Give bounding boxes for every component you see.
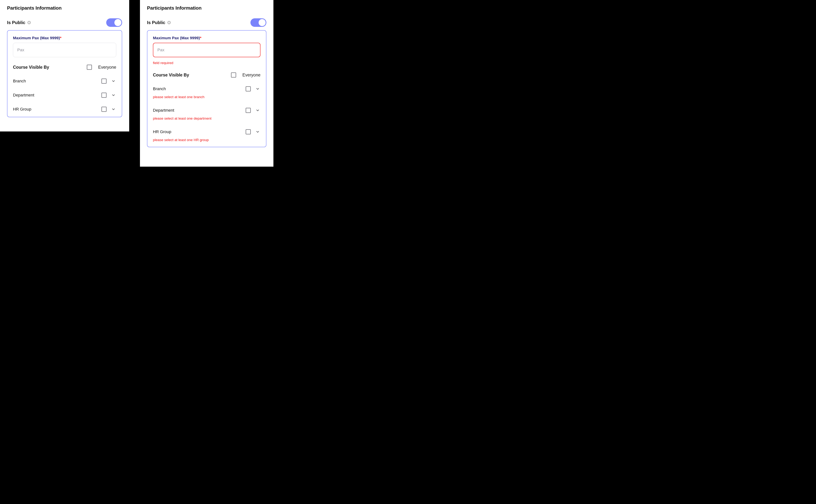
everyone-label: Everyone <box>98 65 116 70</box>
is-public-label: Is Public <box>7 20 25 25</box>
toggle-knob <box>259 19 266 26</box>
chevron-down-icon[interactable] <box>255 86 261 92</box>
max-pax-input[interactable] <box>13 43 116 57</box>
is-public-toggle[interactable] <box>106 18 122 27</box>
max-pax-field: Maximum Pax (Max 9999)* <box>13 36 116 57</box>
is-public-row: Is Public <box>7 18 122 27</box>
required-star: * <box>200 36 201 40</box>
branch-row: Branch <box>13 78 116 84</box>
required-star: * <box>60 36 61 40</box>
panel-left: Participants Information Is Public Maxim… <box>0 0 129 131</box>
is-public-label-wrap: Is Public <box>147 20 171 25</box>
hr-group-row: HR Group <box>13 106 116 112</box>
max-pax-label: Maximum Pax (Max 9999)* <box>153 36 201 40</box>
max-pax-label-text: Maximum Pax (Max 9999) <box>13 36 60 40</box>
max-pax-label-text: Maximum Pax (Max 9999) <box>153 36 200 40</box>
department-row: Department <box>13 92 116 98</box>
chevron-down-icon[interactable] <box>111 106 116 112</box>
chevron-down-icon[interactable] <box>111 78 116 84</box>
course-visible-by-row: Course Visible By Everyone <box>153 72 261 78</box>
branch-label: Branch <box>153 86 166 91</box>
max-pax-field: Maximum Pax (Max 9999)* field required <box>153 36 261 65</box>
hr-group-error: please select at least one HR group <box>153 138 261 142</box>
department-label: Department <box>13 93 34 98</box>
branch-row: Branch <box>153 86 261 92</box>
hr-group-row: HR Group <box>153 129 261 135</box>
hr-group-label: HR Group <box>13 107 31 112</box>
svg-point-5 <box>169 22 169 22</box>
everyone-checkbox[interactable] <box>87 65 92 70</box>
branch-checkbox[interactable] <box>101 79 107 84</box>
everyone-group: Everyone <box>231 72 261 78</box>
svg-point-2 <box>29 22 29 22</box>
everyone-checkbox[interactable] <box>231 72 236 78</box>
branch-checkbox[interactable] <box>246 86 251 91</box>
department-checkbox[interactable] <box>101 93 107 98</box>
department-checkbox[interactable] <box>246 108 251 113</box>
max-pax-input[interactable] <box>153 43 261 57</box>
participants-framed-box: Maximum Pax (Max 9999)* field required C… <box>147 30 266 147</box>
section-title: Participants Information <box>7 5 122 11</box>
chevron-down-icon[interactable] <box>111 92 116 98</box>
chevron-down-icon[interactable] <box>255 108 261 113</box>
max-pax-error: field required <box>153 61 261 65</box>
panel-right: Participants Information Is Public Maxim… <box>140 0 274 167</box>
is-public-label-wrap: Is Public <box>7 20 31 25</box>
course-visible-by-label: Course Visible By <box>13 65 49 70</box>
branch-label: Branch <box>13 79 26 84</box>
toggle-knob <box>114 19 121 26</box>
department-row: Department <box>153 108 261 113</box>
info-icon[interactable] <box>167 21 171 24</box>
hr-group-checkbox[interactable] <box>246 129 251 134</box>
hr-group-label: HR Group <box>153 129 171 134</box>
branch-error: please select at least one branch <box>153 95 261 99</box>
chevron-down-icon[interactable] <box>255 129 261 135</box>
department-error: please select at least one department <box>153 116 261 121</box>
hr-group-checkbox[interactable] <box>101 107 107 112</box>
is-public-label: Is Public <box>147 20 165 25</box>
section-title: Participants Information <box>147 5 266 11</box>
is-public-row: Is Public <box>147 18 266 27</box>
course-visible-by-label: Course Visible By <box>153 73 189 78</box>
course-visible-by-row: Course Visible By Everyone <box>13 65 116 70</box>
everyone-group: Everyone <box>87 65 116 70</box>
department-label: Department <box>153 108 174 113</box>
is-public-toggle[interactable] <box>251 18 266 27</box>
participants-framed-box: Maximum Pax (Max 9999)* Course Visible B… <box>7 30 122 117</box>
everyone-label: Everyone <box>243 73 261 78</box>
info-icon[interactable] <box>27 21 31 24</box>
max-pax-label: Maximum Pax (Max 9999)* <box>13 36 61 40</box>
